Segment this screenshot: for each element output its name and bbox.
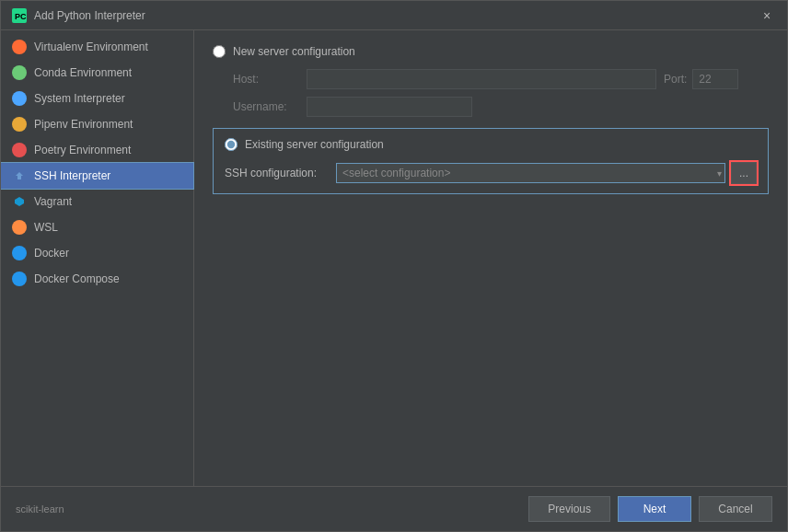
svg-rect-13 bbox=[15, 277, 24, 283]
dialog-title: Add Python Interpreter bbox=[34, 9, 145, 22]
svg-point-6 bbox=[15, 120, 24, 129]
pycharm-logo-icon: PC bbox=[12, 8, 27, 23]
existing-server-radio[interactable] bbox=[225, 138, 238, 151]
sidebar-label-poetry: Poetry Environment bbox=[34, 144, 131, 156]
sidebar: Virtualenv Environment Conda Environment… bbox=[1, 30, 194, 486]
sidebar-label-pipenv: Pipenv Environment bbox=[34, 118, 133, 131]
title-bar: PC Add Python Interpreter × bbox=[1, 1, 787, 30]
ssh-config-dropdown-wrapper: <select configuration> ▾ bbox=[336, 163, 725, 183]
dialog: PC Add Python Interpreter × Virtualenv E… bbox=[0, 0, 788, 532]
sidebar-item-system[interactable]: System Interpreter bbox=[1, 86, 193, 111]
title-bar-left: PC Add Python Interpreter bbox=[12, 8, 145, 23]
username-label: Username: bbox=[233, 100, 307, 113]
svg-rect-11 bbox=[15, 251, 24, 257]
docker-compose-icon bbox=[12, 272, 27, 286]
previous-button[interactable]: Previous bbox=[528, 496, 610, 522]
svg-rect-12 bbox=[17, 249, 18, 251]
virtualenv-icon bbox=[12, 40, 27, 54]
sidebar-item-pipenv[interactable]: Pipenv Environment bbox=[1, 111, 193, 137]
pipenv-icon bbox=[12, 117, 27, 132]
sidebar-item-docker[interactable]: Docker bbox=[1, 240, 193, 266]
main-panel: New server configuration Host: Port: Use… bbox=[194, 30, 787, 486]
host-row: Host: Port: bbox=[233, 69, 769, 89]
sidebar-item-ssh[interactable]: SSH Interpreter bbox=[1, 163, 193, 189]
sidebar-label-conda: Conda Environment bbox=[34, 66, 132, 79]
new-server-radio[interactable] bbox=[213, 45, 226, 58]
sidebar-label-system: System Interpreter bbox=[34, 92, 125, 105]
conda-icon bbox=[12, 65, 27, 80]
next-button[interactable]: Next bbox=[618, 496, 691, 522]
ssh-icon bbox=[12, 168, 27, 183]
wsl-icon bbox=[12, 220, 27, 235]
ssh-config-label: SSH configuration: bbox=[225, 167, 330, 179]
status-text: scikit-learn bbox=[16, 503, 64, 515]
svg-marker-9 bbox=[15, 197, 24, 206]
sidebar-label-wsl: WSL bbox=[34, 221, 58, 234]
button-group: Previous Next Cancel bbox=[528, 496, 772, 522]
port-label: Port: bbox=[664, 73, 687, 86]
port-input[interactable] bbox=[692, 69, 738, 89]
svg-point-2 bbox=[15, 42, 24, 52]
new-server-label: New server configuration bbox=[233, 45, 355, 58]
existing-server-radio-row: Existing server configuration bbox=[225, 138, 757, 151]
sidebar-item-conda[interactable]: Conda Environment bbox=[1, 60, 193, 86]
new-server-section: New server configuration Host: Port: Use… bbox=[213, 45, 769, 117]
svg-marker-8 bbox=[16, 172, 23, 179]
new-server-radio-row: New server configuration bbox=[213, 45, 769, 58]
content-area: Virtualenv Environment Conda Environment… bbox=[1, 30, 787, 486]
username-input[interactable] bbox=[307, 97, 472, 117]
existing-server-section: Existing server configuration SSH config… bbox=[213, 128, 769, 194]
sidebar-item-wsl[interactable]: WSL bbox=[1, 214, 193, 240]
sidebar-label-vagrant: Vagrant bbox=[34, 195, 72, 208]
svg-rect-4 bbox=[15, 95, 24, 102]
host-input[interactable] bbox=[307, 69, 656, 89]
username-row: Username: bbox=[233, 97, 769, 117]
host-label: Host: bbox=[233, 73, 307, 86]
svg-point-3 bbox=[15, 68, 24, 77]
sidebar-item-poetry[interactable]: Poetry Environment bbox=[1, 137, 193, 163]
svg-point-7 bbox=[15, 145, 24, 155]
svg-rect-5 bbox=[17, 101, 22, 102]
bottom-bar: scikit-learn Previous Next Cancel bbox=[1, 486, 787, 531]
ellipsis-button[interactable]: ... bbox=[731, 162, 757, 184]
svg-point-10 bbox=[15, 223, 24, 232]
sidebar-item-virtualenv[interactable]: Virtualenv Environment bbox=[1, 34, 193, 60]
existing-server-label: Existing server configuration bbox=[245, 138, 384, 151]
vagrant-icon bbox=[12, 194, 27, 209]
ssh-config-dropdown[interactable]: <select configuration> bbox=[336, 163, 725, 183]
sidebar-label-virtualenv: Virtualenv Environment bbox=[34, 40, 148, 53]
sidebar-label-ssh: SSH Interpreter bbox=[34, 169, 110, 182]
system-icon bbox=[12, 91, 27, 106]
sidebar-label-docker-compose: Docker Compose bbox=[34, 272, 120, 285]
svg-text:PC: PC bbox=[15, 12, 27, 21]
ssh-config-row: SSH configuration: <select configuration… bbox=[225, 162, 757, 184]
new-server-form: Host: Port: Username: bbox=[233, 69, 769, 117]
docker-icon bbox=[12, 246, 27, 260]
sidebar-item-vagrant[interactable]: Vagrant bbox=[1, 189, 193, 214]
cancel-button[interactable]: Cancel bbox=[699, 496, 772, 522]
svg-rect-14 bbox=[17, 275, 18, 277]
close-button[interactable]: × bbox=[758, 6, 776, 25]
sidebar-item-docker-compose[interactable]: Docker Compose bbox=[1, 266, 193, 292]
sidebar-label-docker: Docker bbox=[34, 247, 69, 260]
poetry-icon bbox=[12, 143, 27, 157]
